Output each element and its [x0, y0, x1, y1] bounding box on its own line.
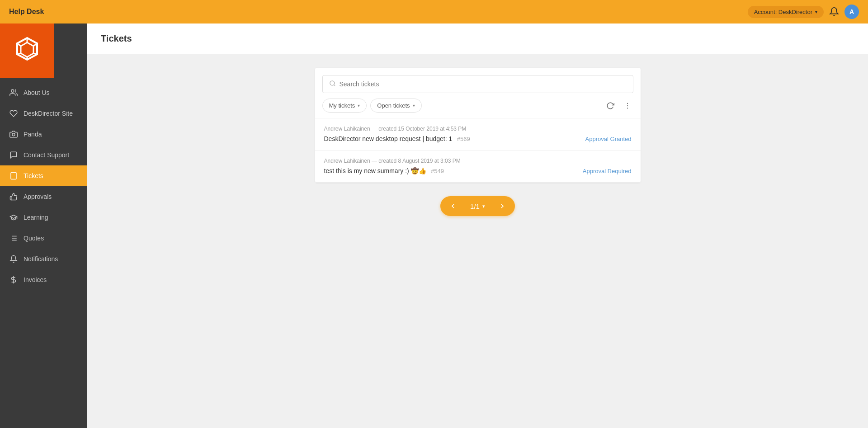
account-chevron-icon: ▾: [815, 9, 817, 14]
sidebar-item-about-us[interactable]: About Us: [0, 82, 87, 103]
search-icon: [329, 80, 336, 88]
ticket-status-1: Approval Granted: [585, 136, 632, 142]
top-header: Help Desk Account: DeskDirector ▾ A: [0, 0, 868, 24]
my-tickets-label: My tickets: [329, 102, 355, 109]
search-input[interactable]: [340, 80, 627, 88]
search-input-wrapper: [322, 75, 633, 93]
sidebar-label-notifications: Notifications: [24, 255, 58, 263]
ticket-summary-2: test this is my new summary :) 🤠👍 #549: [324, 167, 444, 175]
sidebar-label-about-us: About Us: [24, 89, 50, 96]
ticket-title-2: test this is my new summary :) 🤠👍: [324, 167, 426, 174]
ticket-summary-row-1: DeskDirector new desktop request | budge…: [324, 135, 632, 143]
graduation-icon: [9, 213, 18, 221]
sidebar-label-contact-support: Contact Support: [24, 151, 69, 159]
my-tickets-filter-button[interactable]: My tickets ▾: [322, 99, 367, 113]
svg-point-23: [627, 105, 627, 106]
sidebar-label-approvals: Approvals: [24, 193, 52, 200]
camera-icon: [9, 130, 18, 138]
heart-icon: [9, 109, 18, 118]
previous-page-button[interactable]: [440, 196, 466, 216]
sidebar-item-learning[interactable]: Learning: [0, 207, 87, 228]
page-info: 1/1 ▾: [466, 202, 490, 210]
ticket-summary-row-2: test this is my new summary :) 🤠👍 #549 A…: [324, 167, 632, 175]
ticket-status-2: Approval Required: [583, 168, 632, 174]
sidebar-item-contact-support[interactable]: Contact Support: [0, 145, 87, 165]
dollar-icon: [9, 276, 18, 284]
search-bar: [315, 68, 641, 93]
refresh-button[interactable]: [604, 100, 616, 112]
sidebar-label-deskdirector-site: DeskDirector Site: [24, 110, 73, 117]
next-page-button[interactable]: [490, 196, 515, 216]
sidebar-nav: About Us DeskDirector Site Panda: [0, 78, 87, 428]
svg-line-21: [334, 85, 335, 86]
sidebar-item-approvals[interactable]: Approvals: [0, 186, 87, 207]
sidebar-label-learning: Learning: [24, 214, 48, 221]
svg-point-20: [330, 81, 334, 85]
header-right: Account: DeskDirector ▾ A: [748, 5, 859, 19]
svg-point-24: [627, 108, 627, 108]
svg-line-7: [17, 53, 21, 54]
open-tickets-filter-button[interactable]: Open tickets ▾: [370, 99, 421, 113]
ticket-meta-2: Andrew Lahikainen — created 8 August 201…: [324, 158, 632, 164]
bell-icon: [829, 7, 839, 17]
sidebar-item-quotes[interactable]: Quotes: [0, 228, 87, 249]
app-title: Help Desk: [9, 8, 44, 16]
svg-point-10: [12, 133, 15, 136]
ticket-meta-1: Andrew Lahikainen — created 15 October 2…: [324, 126, 632, 132]
chevron-left-icon: [449, 202, 457, 210]
bell-sidebar-icon: [9, 255, 18, 263]
sidebar-logo: [0, 24, 54, 78]
sidebar: About Us DeskDirector Site Panda: [0, 24, 87, 428]
open-tickets-chevron-icon: ▾: [413, 103, 415, 108]
ticket-number-2: #549: [431, 168, 444, 174]
sidebar-item-invoices[interactable]: Invoices: [0, 269, 87, 290]
more-vertical-icon: [623, 102, 632, 110]
table-row[interactable]: Andrew Lahikainen — created 8 August 201…: [315, 151, 641, 183]
notifications-bell-button[interactable]: [829, 7, 839, 17]
main-layout: About Us DeskDirector Site Panda: [0, 24, 868, 428]
pagination-area: 1/1 ▾: [440, 183, 515, 225]
account-button[interactable]: Account: DeskDirector ▾: [748, 6, 824, 18]
ticket-list: Andrew Lahikainen — created 15 October 2…: [315, 118, 641, 183]
filter-right: [604, 100, 633, 112]
page-dropdown-icon: ▾: [482, 203, 485, 209]
people-icon: [9, 89, 18, 97]
sidebar-item-notifications[interactable]: Notifications: [0, 249, 87, 269]
sidebar-label-quotes: Quotes: [24, 235, 44, 242]
sidebar-label-panda: Panda: [24, 131, 42, 138]
chat-icon: [9, 151, 18, 159]
page-header: Tickets: [87, 24, 868, 54]
sidebar-item-panda[interactable]: Panda: [0, 124, 87, 145]
sidebar-label-tickets: Tickets: [24, 172, 43, 179]
tickets-panel: My tickets ▾ Open tickets ▾: [315, 68, 641, 183]
ticket-title-1: DeskDirector new desktop request | budge…: [324, 135, 453, 142]
pagination-pill: 1/1 ▾: [440, 196, 515, 216]
list-icon: [9, 234, 18, 242]
filter-left: My tickets ▾ Open tickets ▾: [322, 99, 422, 113]
sidebar-label-invoices: Invoices: [24, 276, 47, 283]
user-avatar-button[interactable]: A: [844, 5, 859, 19]
open-tickets-label: Open tickets: [377, 102, 410, 109]
more-options-button[interactable]: [622, 100, 633, 112]
logo-icon: [9, 33, 45, 69]
avatar-letter: A: [849, 8, 854, 15]
page-current: 1/1: [470, 202, 480, 210]
sidebar-item-deskdirector-site[interactable]: DeskDirector Site: [0, 103, 87, 124]
sidebar-item-tickets[interactable]: Tickets: [0, 165, 87, 186]
svg-point-22: [627, 103, 627, 103]
svg-line-5: [33, 53, 37, 54]
page-title: Tickets: [101, 33, 854, 44]
content-area: Tickets My tickets: [87, 24, 868, 428]
refresh-icon: [606, 102, 614, 110]
ticket-summary-1: DeskDirector new desktop request | budge…: [324, 135, 470, 143]
tablet-icon: [9, 172, 18, 180]
table-row[interactable]: Andrew Lahikainen — created 15 October 2…: [315, 118, 641, 151]
ticket-number-1: #569: [457, 136, 470, 142]
account-label: Account: DeskDirector: [754, 9, 812, 15]
my-tickets-chevron-icon: ▾: [358, 103, 360, 108]
filter-bar: My tickets ▾ Open tickets ▾: [315, 93, 641, 118]
tickets-container: My tickets ▾ Open tickets ▾: [87, 54, 868, 428]
chevron-right-icon: [499, 202, 506, 210]
svg-point-9: [11, 89, 14, 92]
thumbsup-icon: [9, 193, 18, 201]
